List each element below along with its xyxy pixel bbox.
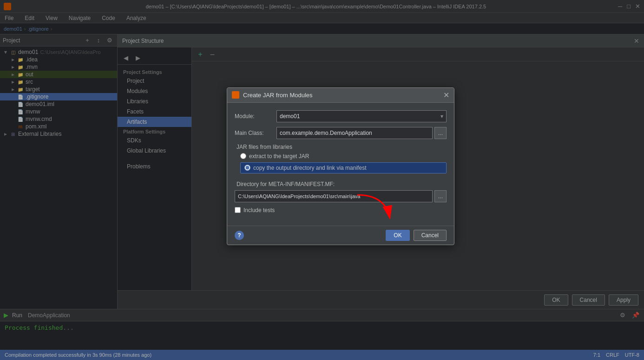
module-value: demo01 [280,113,300,120]
dropdown-arrow-icon: ▾ [440,113,443,120]
directory-text-input[interactable] [238,193,429,199]
main-class-control: … [276,127,447,139]
copy-radio[interactable] [244,165,250,171]
extract-radio[interactable] [240,153,246,159]
dialog-footer: ? OK Cancel [227,226,454,245]
directory-label: Directory for META-INF/MANIFEST.MF: [235,181,447,187]
main-class-browse-button[interactable]: … [434,127,447,139]
help-icon: ? [237,232,241,239]
main-class-input[interactable] [276,127,433,139]
dialog-intellij-icon [232,91,239,99]
module-row: Module: demo01 ▾ [235,110,447,122]
main-class-row: Main Class: … [235,127,447,139]
create-jar-dialog: Create JAR from Modules ✕ Module: demo01… [227,87,454,245]
extract-radio-row: extract to the target JAR [240,153,447,160]
directory-input[interactable] [235,190,433,202]
include-tests-row: Include tests [235,207,447,213]
directory-control: … [235,190,447,202]
help-button[interactable]: ? [235,231,244,240]
jar-files-label: JAR files from libraries [235,144,447,150]
dialog-backdrop: Create JAR from Modules ✕ Module: demo01… [0,0,644,360]
main-class-label: Main Class: [235,130,276,136]
include-tests-label[interactable]: Include tests [243,207,275,213]
dialog-body: Module: demo01 ▾ Main Class: … [227,103,454,226]
copy-radio-row: copy the output directory and link via m… [240,162,447,173]
extract-radio-label[interactable]: extract to the target JAR [249,153,309,160]
radio-group: extract to the target JAR copy the outpu… [235,153,447,173]
module-label: Module: [235,113,276,120]
dialog-close-button[interactable]: ✕ [443,91,449,100]
directory-row: … [235,190,447,202]
dialog-cancel-button[interactable]: Cancel [414,230,447,241]
dialog-titlebar: Create JAR from Modules ✕ [227,88,454,103]
copy-radio-label[interactable]: copy the output directory and link via m… [253,165,366,171]
module-control: demo01 ▾ [276,110,447,122]
directory-browse-button[interactable]: … [434,190,447,202]
include-tests-checkbox[interactable] [235,207,241,213]
main-class-text-input[interactable] [280,130,429,136]
dialog-ok-button[interactable]: OK [386,230,409,241]
dialog-title: Create JAR from Modules [243,92,443,99]
module-dropdown[interactable]: demo01 ▾ [276,110,447,122]
